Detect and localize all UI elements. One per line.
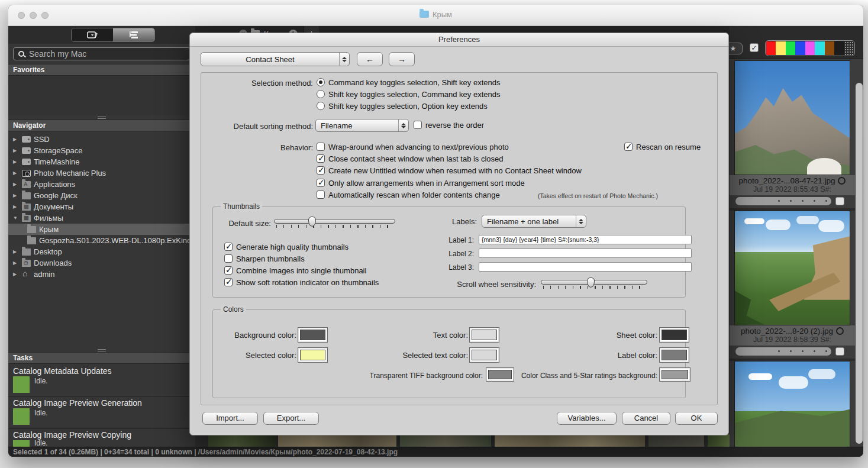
nav-item-documents[interactable]: ▶ Документы [8, 201, 195, 212]
color-class-blue[interactable] [795, 41, 805, 55]
disclosure-triangle-icon[interactable]: ▶ [13, 137, 19, 142]
nav-item-downloads[interactable]: ▶ Downloads [8, 257, 195, 269]
selection-radio-2[interactable] [317, 90, 325, 98]
photo-thumbnail[interactable] [708, 434, 730, 447]
filter-checkbox[interactable]: ✓ [750, 43, 759, 52]
photo-thumbnail[interactable] [208, 434, 276, 447]
color-class-red[interactable] [766, 41, 776, 55]
disclosure-triangle-icon[interactable]: ▶ [13, 193, 19, 198]
preferences-page-select[interactable]: Contact Sheet [201, 52, 350, 66]
selection-radio-3[interactable] [317, 102, 325, 110]
nav-item-timemashine[interactable]: ▶ TimeMashine [8, 156, 195, 167]
ratings-background-label: Color Class and 5-Star ratings backgroun… [512, 372, 657, 380]
nav-item-ssd[interactable]: ▶ SSD [8, 134, 195, 145]
combine-images-checkbox[interactable] [224, 266, 233, 275]
nav-item-movies[interactable]: ▼ Фильмы [8, 212, 195, 224]
thumbnail-caption: photo_2022-...08-47-21.jpg Jul 19 2022 8… [730, 175, 855, 195]
photo-hills[interactable] [734, 361, 850, 447]
label1-input[interactable] [479, 235, 692, 244]
color-class-circle-icon[interactable] [838, 177, 846, 185]
color-class-box[interactable] [835, 197, 844, 205]
export-button[interactable]: Export... [263, 412, 319, 425]
labels-select[interactable]: Filename + one label [482, 215, 586, 228]
scroll-sensitivity-slider[interactable] [541, 277, 647, 289]
color-class-brown[interactable] [825, 41, 834, 55]
photo-thumbnail[interactable] [495, 434, 645, 447]
disclosure-triangle-icon[interactable]: ▼ [13, 215, 19, 221]
color-class-cyan[interactable] [815, 41, 824, 55]
list-view-button[interactable] [113, 28, 154, 41]
disclosure-triangle-icon[interactable]: ▶ [13, 170, 19, 176]
text-color-well[interactable] [469, 327, 499, 343]
behavior-checkbox-3[interactable] [317, 166, 325, 175]
color-class-magenta[interactable] [805, 41, 815, 55]
behavior-checkbox-1[interactable] [317, 143, 325, 151]
disclosure-triangle-icon[interactable]: ▶ [13, 272, 19, 277]
selected-color-well[interactable] [298, 347, 328, 363]
behavior-checkbox-2[interactable] [317, 154, 325, 163]
disclosure-triangle-icon[interactable]: ▶ [13, 148, 19, 153]
disclosure-triangle-icon[interactable]: ▶ [13, 204, 19, 209]
splitter-handle[interactable] [8, 348, 195, 352]
soft-rotation-checkbox[interactable] [224, 278, 233, 286]
photo-thumbnail[interactable] [400, 434, 491, 447]
nav-item-krym[interactable]: Крым [8, 224, 195, 235]
label3-input[interactable] [479, 262, 692, 272]
disclosure-triangle-icon[interactable]: ▶ [13, 182, 19, 187]
disclosure-triangle-icon[interactable]: ▶ [13, 260, 19, 266]
text-color-label: Text color: [385, 331, 468, 340]
behavior-checkbox-4[interactable] [317, 179, 325, 187]
ratings-background-well[interactable] [659, 367, 690, 382]
photo-thumbnail[interactable] [648, 434, 704, 447]
color-class-box[interactable] [835, 347, 844, 356]
nav-item-google-disk[interactable]: ▶ Google Диск [8, 190, 195, 201]
color-class-black[interactable] [834, 41, 844, 55]
star-rating-bar[interactable] [735, 197, 831, 205]
sharpen-thumbnails-checkbox[interactable] [224, 254, 233, 263]
nav-item-applications[interactable]: ▶ Applications [8, 179, 195, 190]
contact-sheet-view-button[interactable] [72, 28, 113, 41]
forward-button[interactable]: → [389, 52, 415, 66]
variables-button[interactable]: Variables... [557, 412, 617, 425]
selected-text-color-well[interactable] [469, 347, 499, 363]
disclosure-triangle-icon[interactable]: ▶ [13, 159, 19, 164]
nav-item-admin[interactable]: ▶ admin [8, 269, 195, 280]
splitter-handle[interactable] [8, 115, 195, 120]
hq-thumbnails-checkbox[interactable] [224, 243, 233, 251]
import-button[interactable]: Import... [202, 412, 258, 425]
ok-button[interactable]: OK [675, 412, 718, 425]
behavior-checkbox-5[interactable] [317, 191, 325, 199]
cancel-button[interactable]: Cancel [622, 412, 670, 425]
disclosure-triangle-icon[interactable]: ▶ [13, 249, 19, 254]
thumbnail-cell[interactable]: photo_2022-...8-20 (2).jpg Jul 19 2022 8… [730, 211, 855, 359]
nav-item-desktop[interactable]: ▶ Desktop [8, 246, 195, 257]
search-input[interactable]: Search my Mac [13, 47, 191, 60]
photo-mountain[interactable] [734, 60, 850, 175]
default-size-slider[interactable] [274, 217, 395, 228]
reverse-order-checkbox[interactable] [414, 121, 422, 129]
vertical-scrollbar[interactable] [856, 83, 863, 444]
selection-radio-1[interactable] [317, 78, 325, 86]
color-class-yellow[interactable] [776, 41, 785, 55]
star-rating-bar[interactable] [735, 347, 831, 356]
background-color-well[interactable] [298, 327, 328, 343]
sorting-select[interactable]: Filename [315, 119, 409, 132]
tiff-background-well[interactable] [486, 367, 514, 382]
photo-valley[interactable] [734, 211, 850, 325]
thumbnail-cell[interactable]: photo_2022-...08-47-21.jpg Jul 19 2022 8… [730, 60, 855, 208]
rescan-on-resume-checkbox[interactable] [624, 143, 633, 151]
nav-item-storagespace[interactable]: ▶ StorageSpace [8, 145, 195, 156]
sheet-color-well[interactable] [659, 327, 689, 343]
photo-thumbnail[interactable] [278, 434, 396, 447]
thumbnail-cell[interactable] [730, 361, 855, 447]
color-class-green[interactable] [786, 41, 795, 55]
label2-input[interactable] [479, 248, 692, 258]
color-class-none[interactable] [844, 41, 854, 55]
favorites-list [8, 76, 195, 115]
back-button[interactable]: ← [357, 52, 383, 66]
nav-item-gospozha[interactable]: Gospozha.S01.2023.WEB-DL.1080p.ExKinoR [8, 235, 195, 246]
color-class-circle-icon[interactable] [836, 327, 844, 335]
nav-item-photo-mechanic-plus[interactable]: ▶ Photo Mechanic Plus [8, 167, 195, 179]
label1-label: Label 1: [433, 236, 474, 244]
label-color-well[interactable] [659, 347, 689, 363]
